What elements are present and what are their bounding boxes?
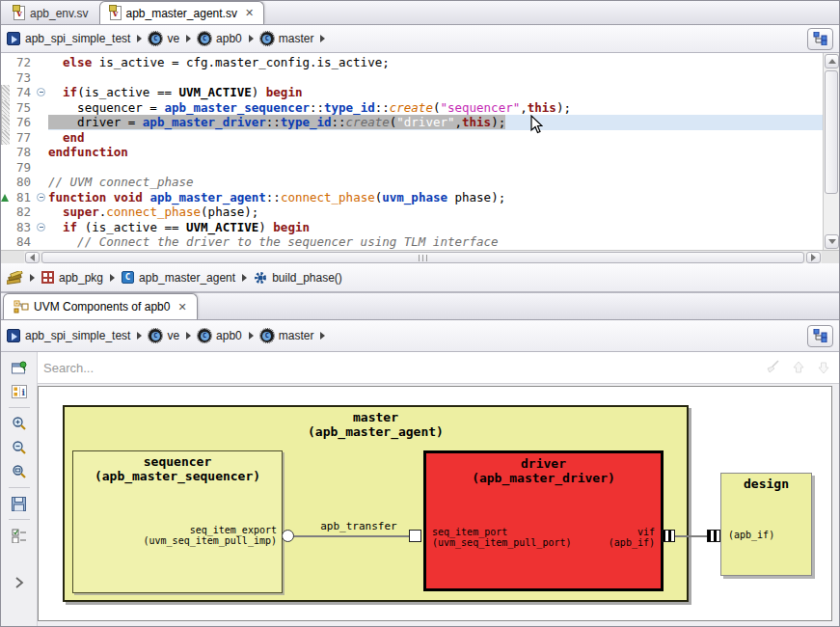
- code-text[interactable]: end: [48, 130, 823, 146]
- export-port-circle[interactable]: [282, 530, 294, 542]
- panel-tabbar: UVM Components of apb0 ✕: [1, 292, 839, 320]
- uvm-component-icon: C: [260, 329, 274, 342]
- code-text[interactable]: if(is_active == UVM_ACTIVE) begin: [48, 85, 823, 100]
- tab-uvm-components[interactable]: UVM Components of apb0 ✕: [3, 293, 198, 319]
- code-text[interactable]: [48, 160, 823, 176]
- breadcrumb-item-master[interactable]: C master: [260, 329, 314, 342]
- editor-vertical-scrollbar[interactable]: [823, 53, 839, 250]
- line-number: 76: [10, 115, 35, 130]
- breadcrumb-item-ve[interactable]: C ve: [149, 329, 179, 342]
- scrollbar-thumb[interactable]: [825, 70, 838, 194]
- toolbar-separator: [9, 407, 30, 408]
- link-with-editor-button[interactable]: [10, 359, 29, 376]
- sequencer-box[interactable]: sequencer (apb_master_sequencer) seq_ite…: [72, 450, 283, 593]
- code-editor[interactable]: 72 else is_active = cfg.master_config.is…: [1, 53, 839, 250]
- uvm-component-icon: C: [149, 32, 162, 45]
- code-line[interactable]: 83 if (is_active == UVM_ACTIVE) begin: [1, 220, 823, 235]
- close-tab-icon[interactable]: ✕: [245, 7, 254, 19]
- code-line[interactable]: 79: [1, 160, 823, 176]
- uvm-diagram-canvas[interactable]: master (apb_master_agent) sequencer (apb…: [38, 386, 832, 621]
- code-text[interactable]: driver = apb_master_driver::type_id::cre…: [48, 115, 823, 130]
- breadcrumb-item-class[interactable]: C apb_master_agent: [122, 271, 235, 285]
- tab-apb-env[interactable]: v apb_env.sv: [3, 1, 99, 24]
- scroll-right-button[interactable]: [806, 252, 821, 263]
- annotation-column: [1, 220, 10, 235]
- code-line[interactable]: 75 sequencer = apb_master_sequencer::typ…: [1, 100, 823, 116]
- tab-apb-master-agent[interactable]: v apb_master_agent.sv ✕: [99, 1, 265, 24]
- driver-right-port-label: vif (apb_if): [609, 527, 655, 548]
- breadcrumb-item-test[interactable]: apb_spi_simple_test: [7, 329, 130, 342]
- code-line[interactable]: 72 else is_active = cfg.master_config.is…: [1, 55, 823, 70]
- code-text[interactable]: endfunction: [48, 145, 823, 160]
- breadcrumb-item-library[interactable]: [7, 271, 23, 285]
- fold-collapse-icon[interactable]: [35, 190, 48, 205]
- code-line[interactable]: 78endfunction: [1, 145, 823, 160]
- line-number: 74: [10, 85, 35, 100]
- sv-file-icon: v: [14, 6, 25, 20]
- scrollbar-thumb[interactable]: [41, 252, 804, 263]
- show-hierarchy-button[interactable]: [807, 28, 833, 50]
- breadcrumb-item-method[interactable]: build_phase(): [254, 271, 342, 285]
- scroll-up-button[interactable]: [825, 54, 839, 68]
- zoom-fit-button[interactable]: [10, 463, 29, 480]
- annotation-column: [1, 130, 10, 146]
- fold-collapse-icon[interactable]: [35, 85, 48, 100]
- breadcrumb-item-master[interactable]: C master: [260, 32, 314, 45]
- annotation-column: [1, 85, 10, 100]
- save-diagram-button[interactable]: [10, 495, 29, 512]
- uvm-component-icon: C: [198, 32, 211, 45]
- code-line[interactable]: 80// UVM connect_phase: [1, 175, 823, 190]
- code-line[interactable]: 76 driver = apb_master_driver::type_id::…: [1, 115, 823, 130]
- diagram-options-button[interactable]: [10, 527, 29, 544]
- annotation-column: [1, 70, 10, 86]
- code-text[interactable]: super.connect_phase(phase);: [48, 204, 823, 220]
- next-match-button[interactable]: [814, 359, 833, 376]
- broom-icon: [765, 360, 782, 375]
- code-text[interactable]: // UVM connect_phase: [48, 175, 823, 190]
- code-text[interactable]: else is_active = cfg.master_config.is_ac…: [48, 55, 823, 70]
- library-icon: [7, 271, 23, 285]
- code-line[interactable]: 82 super.connect_phase(phase);: [1, 204, 823, 220]
- code-line[interactable]: 73: [1, 70, 823, 86]
- fold-collapse-icon[interactable]: [35, 220, 48, 235]
- close-tab-icon[interactable]: ✕: [177, 301, 186, 314]
- uvm-components-view-icon: [14, 300, 29, 314]
- code-line[interactable]: 74 if(is_active == UVM_ACTIVE) begin: [1, 85, 823, 100]
- fold-column: [35, 115, 48, 130]
- zoom-in-button[interactable]: [10, 415, 29, 432]
- breadcrumb-item-package[interactable]: apb_pkg: [41, 271, 103, 285]
- fold-column: [35, 130, 48, 146]
- breadcrumb-item-ve[interactable]: C ve: [149, 32, 179, 45]
- clear-search-button[interactable]: [764, 359, 783, 376]
- code-lines: 72 else is_active = cfg.master_config.is…: [1, 55, 823, 250]
- breadcrumb-item-apb0[interactable]: C apb0: [198, 329, 242, 342]
- zoom-out-button[interactable]: [10, 439, 29, 456]
- show-hierarchy-button[interactable]: [807, 325, 833, 347]
- scroll-down-button[interactable]: [825, 234, 839, 249]
- code-line[interactable]: 81function void apb_master_agent::connec…: [1, 190, 823, 205]
- breadcrumb-item-apb0[interactable]: C apb0: [198, 32, 242, 45]
- code-line[interactable]: 77 end: [1, 130, 823, 146]
- show-details-button[interactable]: i: [10, 383, 29, 400]
- code-text[interactable]: [48, 70, 823, 86]
- code-text[interactable]: sequencer = apb_master_sequencer::type_i…: [48, 100, 823, 116]
- scroll-left-button[interactable]: [25, 252, 40, 263]
- previous-match-button[interactable]: [789, 359, 808, 376]
- driver-left-port-label: seq_item_port (uvm_seq_item_pull_port): [432, 527, 572, 548]
- link-with-editor-icon: [12, 361, 27, 375]
- code-text[interactable]: // Connect the driver to the sequencer u…: [48, 234, 823, 250]
- editor-horizontal-scrollbar[interactable]: [1, 250, 839, 263]
- code-line[interactable]: 84 // Connect the driver to the sequence…: [1, 234, 823, 250]
- vif-port[interactable]: [662, 530, 675, 542]
- line-number: 77: [10, 130, 35, 146]
- seq-item-port-square[interactable]: [409, 530, 421, 542]
- design-box[interactable]: design (apb_if): [720, 473, 812, 576]
- breadcrumb-item-test[interactable]: apb_spi_simple_test: [7, 32, 130, 45]
- driver-box[interactable]: driver (apb_master_driver) seq_item_port…: [423, 450, 664, 591]
- code-text[interactable]: if (is_active == UVM_ACTIVE) begin: [48, 220, 823, 235]
- more-tools-button[interactable]: [10, 574, 29, 591]
- sv-file-icon: v: [110, 6, 122, 20]
- code-text[interactable]: function void apb_master_agent::connect_…: [48, 190, 823, 205]
- search-input[interactable]: [43, 361, 758, 375]
- design-if-port[interactable]: [707, 530, 720, 542]
